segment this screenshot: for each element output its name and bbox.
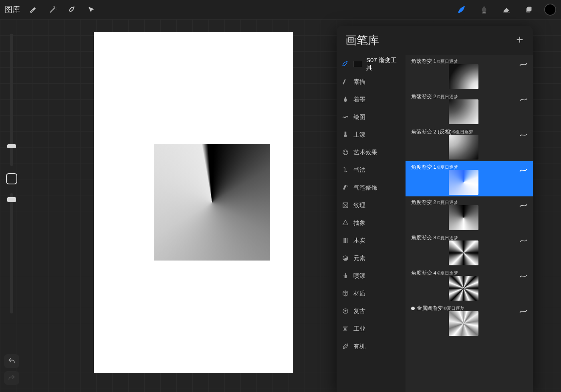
abstract-icon xyxy=(341,219,349,227)
brush-size-slider[interactable] xyxy=(10,34,13,166)
add-brush-button[interactable] xyxy=(515,35,524,46)
palette-icon xyxy=(341,148,349,156)
redo-button[interactable] xyxy=(4,371,19,385)
left-slider-rail xyxy=(2,19,22,392)
brush-stroke-icon xyxy=(519,167,527,171)
category-leaf[interactable]: 有机 xyxy=(337,337,406,355)
brush-thumbnail xyxy=(449,276,478,301)
category-palette[interactable]: 艺术效果 xyxy=(337,143,406,161)
brush-row[interactable]: 金属圆渐变 ©夏日逐梦 xyxy=(406,302,533,337)
top-toolbar: 图库 xyxy=(0,0,561,19)
gallery-button[interactable]: 图库 xyxy=(5,4,20,15)
spray-icon xyxy=(341,272,349,280)
airbrush-icon xyxy=(341,184,349,192)
canvas-gradient-art xyxy=(154,144,270,261)
category-label: 上漆 xyxy=(353,131,365,139)
category-anvil[interactable]: 工业 xyxy=(337,320,406,337)
category-label: 喷漆 xyxy=(353,272,365,280)
leaf-icon xyxy=(341,342,349,350)
category-label: 着墨 xyxy=(353,96,365,103)
squiggle-icon xyxy=(341,113,349,121)
category-label: 素描 xyxy=(353,78,365,86)
selection-icon[interactable] xyxy=(64,2,80,18)
category-label: 元素 xyxy=(353,255,365,262)
brush-thumbnail xyxy=(449,135,478,160)
brush-row[interactable]: 角度渐变 3 ©夏日逐梦 xyxy=(406,232,533,267)
brush-row[interactable]: 角落渐变 2 (反相) ©夏日逐梦 xyxy=(406,126,533,161)
brush-opacity-thumb[interactable] xyxy=(7,197,16,202)
category-spray[interactable]: 喷漆 xyxy=(337,267,406,285)
brush-dot-indicator xyxy=(411,307,415,310)
brush-row[interactable]: 角度渐变 4 ©夏日逐梦 xyxy=(406,267,533,302)
category-label: S07 渐变工具 xyxy=(366,57,401,72)
brush-thumbnail xyxy=(449,64,478,89)
brush-list: 角落渐变 1 ©夏日逐梦角落渐变 2 ©夏日逐梦角落渐变 2 (反相) ©夏日逐… xyxy=(406,55,533,392)
brush-row[interactable]: 角度渐变 1 ©夏日逐梦 xyxy=(406,161,533,196)
move-arrow-icon[interactable] xyxy=(83,2,99,18)
category-pencil[interactable]: 素描 xyxy=(337,73,406,91)
smudge-tool-icon[interactable] xyxy=(474,2,494,18)
category-label: 纹理 xyxy=(353,202,365,209)
brush-thumbnail xyxy=(449,205,478,230)
recent-icon xyxy=(341,60,349,68)
category-brush[interactable]: 上漆 xyxy=(337,126,406,143)
brush-row[interactable]: 角落渐变 1 ©夏日逐梦 xyxy=(406,55,533,91)
star-icon xyxy=(341,307,349,315)
category-label: 气笔修饰 xyxy=(353,184,377,192)
category-label: 艺术效果 xyxy=(353,149,377,156)
category-pen[interactable]: 着墨 xyxy=(337,91,406,108)
brush-stroke-icon xyxy=(519,96,527,100)
wrench-icon[interactable] xyxy=(26,2,42,18)
brush-thumbnail xyxy=(449,170,478,195)
brush-thumbnail xyxy=(449,240,478,265)
category-label: 抽象 xyxy=(353,219,365,227)
category-star[interactable]: 复古 xyxy=(337,302,406,320)
undo-button[interactable] xyxy=(4,354,19,368)
category-thumbnail-chip xyxy=(353,61,362,67)
category-label: 工业 xyxy=(353,325,365,333)
brush-category-list: S07 渐变工具素描着墨绘图上漆艺术效果书法气笔修饰纹理抽象木炭元素喷漆材质复古… xyxy=(337,55,406,392)
category-label: 复古 xyxy=(353,307,365,315)
brush-stroke-icon xyxy=(519,131,527,135)
canvas[interactable] xyxy=(94,32,293,373)
panel-title: 画笔库 xyxy=(345,33,379,48)
brush-opacity-slider[interactable] xyxy=(10,193,13,313)
color-picker-swatch[interactable] xyxy=(544,4,556,16)
category-cube[interactable]: 材质 xyxy=(337,285,406,302)
brush-row[interactable]: 角度渐变 2 ©夏日逐梦 xyxy=(406,196,533,232)
pencil-icon xyxy=(341,78,349,86)
brush-stroke-icon xyxy=(519,202,527,206)
brush-size-thumb[interactable] xyxy=(7,144,16,148)
category-label: 有机 xyxy=(353,343,365,350)
category-calligraphy[interactable]: 书法 xyxy=(337,161,406,179)
category-yinyang[interactable]: 元素 xyxy=(337,249,406,267)
category-label: 绘图 xyxy=(353,113,365,121)
cube-icon xyxy=(341,289,349,297)
category-squiggle[interactable]: 绘图 xyxy=(337,108,406,126)
modify-button[interactable] xyxy=(6,173,17,184)
brush-stroke-icon xyxy=(519,237,527,241)
texture-icon xyxy=(341,201,349,209)
brush-library-panel: 画笔库 S07 渐变工具素描着墨绘图上漆艺术效果书法气笔修饰纹理抽象木炭元素喷漆… xyxy=(337,26,533,392)
brush-icon xyxy=(341,131,349,139)
layers-icon[interactable] xyxy=(519,2,539,18)
yinyang-icon xyxy=(341,254,349,262)
brush-row[interactable]: 角落渐变 2 ©夏日逐梦 xyxy=(406,91,533,126)
pen-icon xyxy=(341,95,349,103)
category-airbrush[interactable]: 气笔修饰 xyxy=(337,179,406,196)
wand-icon[interactable] xyxy=(45,2,61,18)
brush-tool-icon[interactable] xyxy=(452,2,471,18)
brush-stroke-icon xyxy=(519,273,527,277)
category-label: 材质 xyxy=(353,290,365,297)
calligraphy-icon xyxy=(341,166,349,174)
brush-thumbnail xyxy=(449,99,478,124)
svg-rect-1 xyxy=(526,8,531,12)
brush-stroke-icon xyxy=(519,308,527,312)
category-texture[interactable]: 纹理 xyxy=(337,196,406,214)
brush-thumbnail xyxy=(449,311,478,336)
category-abstract[interactable]: 抽象 xyxy=(337,214,406,232)
eraser-tool-icon[interactable] xyxy=(497,2,516,18)
category-charcoal[interactable]: 木炭 xyxy=(337,232,406,249)
charcoal-icon xyxy=(341,236,349,244)
category-recent[interactable]: S07 渐变工具 xyxy=(337,55,406,73)
